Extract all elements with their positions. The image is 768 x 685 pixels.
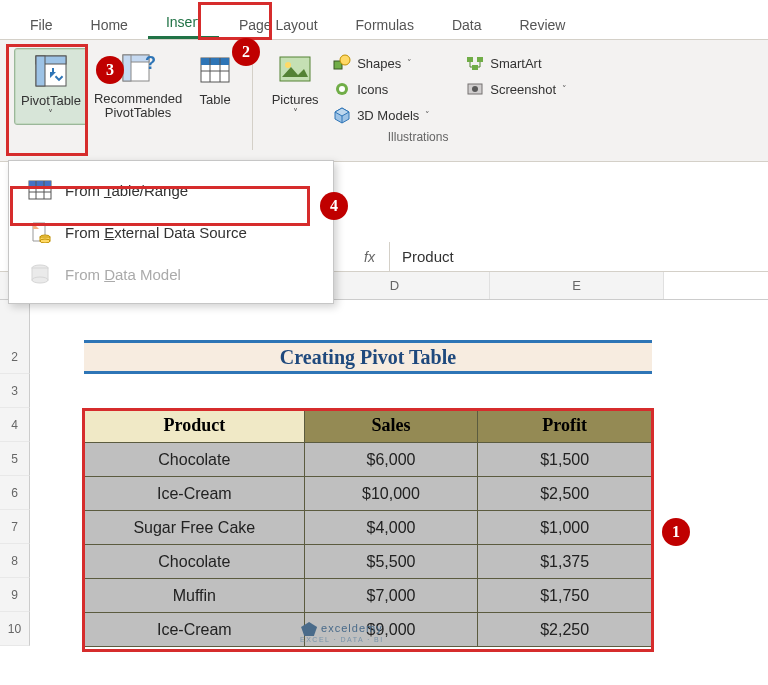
- from-external-item[interactable]: From External Data Source: [13, 211, 329, 253]
- table-row: Ice-Cream $10,000 $2,500: [85, 477, 652, 511]
- formula-input[interactable]: Product: [390, 248, 454, 265]
- title-banner: Creating Pivot Table: [84, 340, 652, 374]
- svg-rect-19: [467, 57, 473, 62]
- cell[interactable]: $1,375: [478, 545, 652, 579]
- cell[interactable]: $2,500: [478, 477, 652, 511]
- chevron-down-icon: ˅: [562, 84, 567, 94]
- 3d-models-button[interactable]: 3D Models ˅: [327, 104, 436, 126]
- row-header-10[interactable]: 10: [0, 612, 30, 646]
- tab-insert[interactable]: Insert: [148, 8, 219, 39]
- header-profit[interactable]: Profit: [478, 409, 652, 443]
- pivottable-button[interactable]: PivotTable ˅: [14, 48, 88, 125]
- cell[interactable]: $1,000: [478, 511, 652, 545]
- smartart-icon: [466, 54, 484, 72]
- row-header-5[interactable]: 5: [0, 442, 30, 476]
- step-badge-2: 2: [232, 38, 260, 66]
- tab-home[interactable]: Home: [73, 11, 146, 39]
- recommended-pivottables-icon: ?: [120, 52, 156, 88]
- watermark-sub: EXCEL · DATA · BI: [300, 636, 384, 643]
- cell[interactable]: $7,000: [304, 579, 478, 613]
- watermark-brand: exceldemy: [321, 622, 383, 634]
- 3d-models-label: 3D Models: [357, 108, 419, 123]
- screenshot-button[interactable]: Screenshot ˅: [460, 78, 573, 100]
- data-table: Product Sales Profit Chocolate $6,000 $1…: [84, 408, 652, 647]
- ribbon-group-tables: PivotTable ˅ ? Recommended PivotTables: [6, 46, 250, 125]
- pictures-icon: [277, 52, 313, 88]
- svg-point-13: [285, 62, 291, 68]
- tab-data[interactable]: Data: [434, 11, 500, 39]
- row-header-2[interactable]: 2: [0, 340, 30, 374]
- tab-page-layout[interactable]: Page Layout: [221, 11, 336, 39]
- chevron-down-icon: ˅: [48, 108, 53, 119]
- table-range-icon: [27, 179, 53, 201]
- pivottable-icon: [33, 53, 69, 89]
- svg-rect-12: [280, 57, 310, 81]
- header-sales[interactable]: Sales: [304, 409, 478, 443]
- pictures-label: Pictures: [272, 92, 319, 107]
- from-table-range-label: From Table/Range: [65, 182, 188, 199]
- cell[interactable]: $2,250: [478, 613, 652, 647]
- icons-icon: [333, 80, 351, 98]
- cell[interactable]: $4,000: [304, 511, 478, 545]
- table-row: Chocolate $5,500 $1,375: [85, 545, 652, 579]
- shapes-button[interactable]: Shapes ˅: [327, 52, 436, 74]
- from-table-range-item[interactable]: From Table/Range: [13, 169, 329, 211]
- cell[interactable]: $5,500: [304, 545, 478, 579]
- cell[interactable]: Ice-Cream: [85, 613, 305, 647]
- cell[interactable]: Muffin: [85, 579, 305, 613]
- chevron-down-icon: ˅: [293, 107, 298, 118]
- step-badge-4: 4: [320, 192, 348, 220]
- header-product[interactable]: Product: [85, 409, 305, 443]
- cell[interactable]: Chocolate: [85, 545, 305, 579]
- tab-file[interactable]: File: [12, 11, 71, 39]
- cell[interactable]: Ice-Cream: [85, 477, 305, 511]
- smartart-button[interactable]: SmartArt: [460, 52, 573, 74]
- tab-formulas[interactable]: Formulas: [338, 11, 432, 39]
- tab-review[interactable]: Review: [502, 11, 584, 39]
- group-separator: [252, 50, 253, 150]
- step-badge-1: 1: [662, 518, 690, 546]
- external-data-icon: [27, 221, 53, 243]
- from-data-model-label: From Data Model: [65, 266, 181, 283]
- smartart-label: SmartArt: [490, 56, 541, 71]
- svg-rect-2: [36, 56, 45, 86]
- cell[interactable]: $1,750: [478, 579, 652, 613]
- chevron-down-icon: ˅: [407, 58, 412, 68]
- recommended-pivottables-label: Recommended PivotTables: [94, 92, 182, 121]
- cell[interactable]: $6,000: [304, 443, 478, 477]
- from-data-model-item: From Data Model: [13, 253, 329, 295]
- svg-rect-5: [123, 55, 131, 81]
- cell[interactable]: $10,000: [304, 477, 478, 511]
- table-row: Sugar Free Cake $4,000 $1,000: [85, 511, 652, 545]
- screenshot-label: Screenshot: [490, 82, 556, 97]
- row-header-3[interactable]: 3: [0, 374, 30, 408]
- icons-button[interactable]: Icons: [327, 78, 436, 100]
- watermark-icon: [301, 622, 317, 636]
- svg-text:?: ?: [145, 53, 155, 73]
- svg-point-31: [40, 239, 50, 243]
- svg-point-23: [472, 86, 478, 92]
- fx-label[interactable]: fx: [334, 242, 390, 271]
- table-header-row: Product Sales Profit: [85, 409, 652, 443]
- row-header-6[interactable]: 6: [0, 476, 30, 510]
- worksheet: 2 3 4 5 6 7 8 9 10 Creating Pivot Table …: [0, 300, 768, 647]
- shapes-icon: [333, 54, 351, 72]
- screenshot-icon: [466, 80, 484, 98]
- data-model-icon: [27, 263, 53, 285]
- table-icon: [197, 52, 233, 88]
- table-label: Table: [200, 92, 231, 107]
- pictures-button[interactable]: Pictures ˅: [263, 48, 327, 126]
- row-header-4[interactable]: 4: [0, 408, 30, 442]
- chevron-down-icon: ˅: [425, 110, 430, 120]
- cell[interactable]: $1,500: [478, 443, 652, 477]
- row-header-8[interactable]: 8: [0, 544, 30, 578]
- row-header-9[interactable]: 9: [0, 578, 30, 612]
- pivottable-dropdown: From Table/Range From External Data Sour…: [8, 160, 334, 304]
- illustrations-group-label: Illustrations: [263, 130, 573, 144]
- cell[interactable]: Sugar Free Cake: [85, 511, 305, 545]
- col-header-e[interactable]: E: [490, 272, 664, 299]
- cell[interactable]: Chocolate: [85, 443, 305, 477]
- table-row: Chocolate $6,000 $1,500: [85, 443, 652, 477]
- row-header-7[interactable]: 7: [0, 510, 30, 544]
- icons-label: Icons: [357, 82, 388, 97]
